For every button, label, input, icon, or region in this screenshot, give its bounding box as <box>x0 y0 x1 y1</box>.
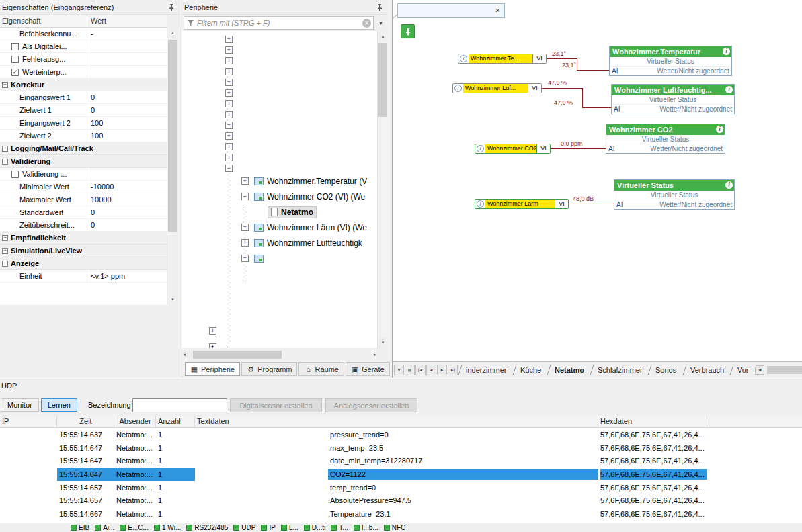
input-node[interactable]: i Wohnzimmer.Te... VI <box>458 54 547 64</box>
column-header-absender[interactable]: Absender <box>114 416 156 427</box>
page-tab[interactable]: Sonos <box>648 365 684 375</box>
property-row[interactable]: − Anzeige <box>0 257 167 270</box>
expand-toggle-icon[interactable]: + <box>225 143 233 150</box>
column-header-zeit[interactable]: Zeit <box>57 416 114 427</box>
scrollbar-thumb[interactable] <box>168 40 177 232</box>
scrollbar-thumb[interactable] <box>193 351 282 359</box>
table-row[interactable]: 15:55:14.657 Netatmo:... 1 .AbsolutePres… <box>0 494 802 507</box>
property-row[interactable]: − Validierung <box>0 155 167 168</box>
tree-item[interactable]: + <box>225 130 377 141</box>
tab-nav-button[interactable]: ▤ <box>405 365 415 375</box>
scrollbar-thumb[interactable] <box>378 43 387 117</box>
expand-toggle-icon[interactable]: − <box>2 82 8 88</box>
status-bar-item[interactable]: 1 Wi... <box>154 524 181 531</box>
checkbox[interactable]: ✓ <box>11 69 19 76</box>
tree-item-content[interactable]: Wohnzimmer CO2 (VI) (We <box>251 191 368 202</box>
property-value[interactable]: - <box>87 30 93 38</box>
tree-item[interactable]: + Wohnzimmer Lärm (VI) (We <box>241 220 377 235</box>
tree-item-content[interactable] <box>235 38 241 40</box>
ai-port[interactable]: AI <box>608 144 614 153</box>
tree-item[interactable]: − <box>225 163 377 173</box>
tree-item[interactable]: + <box>225 66 377 77</box>
tree-item-content[interactable]: Netatmo <box>268 206 317 218</box>
status-bar-item[interactable]: RS232/485 <box>186 524 228 531</box>
property-value[interactable]: 10000 <box>87 195 112 204</box>
vi-port[interactable]: VI <box>528 84 541 93</box>
tab-nav-button[interactable]: ▾ <box>394 365 404 375</box>
table-row[interactable]: 15:55:14.657 Netatmo:... 1 .temp_trend=0… <box>0 481 802 494</box>
page-tab[interactable]: Verbrauch <box>682 365 731 375</box>
floating-toolbar[interactable]: ✕ <box>397 3 505 18</box>
info-icon[interactable]: i <box>725 181 733 189</box>
checkbox[interactable] <box>11 56 19 63</box>
tree-item-content[interactable] <box>235 103 241 104</box>
expand-toggle-icon[interactable]: + <box>225 100 233 107</box>
tree-item-content[interactable]: Wohnzimmer.Temperatur (V <box>251 176 370 187</box>
property-value[interactable]: 100 <box>87 132 103 140</box>
property-row[interactable]: + Logging/Mail/Call/Track <box>0 142 167 155</box>
scroll-up-icon[interactable]: ▲ <box>378 31 388 42</box>
expand-toggle-icon[interactable]: + <box>225 36 233 43</box>
page-tab[interactable]: inderzimmer <box>458 365 514 375</box>
status-bar-item[interactable]: Ai... <box>95 524 114 531</box>
status-bar-item[interactable]: EIB <box>71 524 89 531</box>
tab-bar-scroll-thumb[interactable] <box>767 366 802 374</box>
tree-item[interactable]: + <box>225 120 377 130</box>
tree-item-content[interactable] <box>235 146 241 147</box>
tree-item[interactable]: + <box>225 98 377 109</box>
ai-port[interactable]: AI <box>614 105 620 114</box>
tree-item-content[interactable] <box>235 135 241 136</box>
column-header-ip[interactable]: IP <box>0 416 57 427</box>
tree-item-content[interactable]: Wohnzimmer Luftfeuchtigk <box>251 238 365 249</box>
property-row[interactable]: Zielwert 1 0 <box>0 104 167 117</box>
column-header-anzahl[interactable]: Anzahl <box>156 416 195 427</box>
function-block[interactable]: Wohnzimmer CO2 i Virtueller Status AI We… <box>606 124 725 154</box>
checkbox[interactable] <box>11 171 19 178</box>
input-node[interactable]: i Wohnzimmer Lärm VI <box>475 199 569 209</box>
expand-toggle-icon[interactable]: + <box>241 177 249 185</box>
checkbox[interactable] <box>11 43 19 50</box>
tab-nav-button[interactable]: ◄ <box>426 365 436 375</box>
expand-toggle-icon[interactable]: − <box>2 159 8 165</box>
tree-item[interactable]: + Wohnzimmer.Temperatur (V <box>241 173 377 189</box>
scrollbar-track[interactable] <box>378 42 388 337</box>
input-node[interactable]: i Wohnzimmer Luf... VI <box>452 83 542 93</box>
tree-item-content[interactable] <box>235 49 241 50</box>
column-header-hexdaten[interactable]: Hexdaten <box>598 416 707 427</box>
diagram-canvas[interactable]: ✕ i Wohnzimmer.Te... VI i Wohnzimmer Luf… <box>392 0 802 378</box>
tree-item[interactable]: + <box>225 141 377 152</box>
tree-item-content[interactable] <box>235 124 241 126</box>
property-row[interactable]: + Simulation/LiveView <box>0 245 167 257</box>
property-row[interactable]: Befehlserkennu... - <box>0 28 167 40</box>
tab-nav-button[interactable]: |◄ <box>415 365 426 375</box>
info-icon[interactable]: i <box>477 200 484 208</box>
create-sensor-button[interactable]: Digitalsensor erstellen <box>230 398 322 412</box>
column-header-textdaten[interactable]: Textdaten <box>195 416 598 427</box>
tree-item[interactable]: − Wohnzimmer CO2 (VI) (We <box>241 189 377 204</box>
page-tab[interactable]: Vor <box>729 365 756 375</box>
property-value[interactable]: 0 <box>87 93 95 101</box>
table-row[interactable]: 15:55:14.647 Netatmo:... 1 .max_temp=23.… <box>0 441 802 455</box>
status-bar-item[interactable]: D...ti <box>304 524 326 531</box>
page-tab[interactable]: Netatmo <box>547 365 591 375</box>
expand-toggle-icon[interactable]: + <box>225 89 233 97</box>
expand-toggle-icon[interactable]: + <box>225 132 233 140</box>
udp-tab[interactable]: Monitor <box>1 398 39 412</box>
pin-button[interactable] <box>401 24 415 38</box>
property-row[interactable]: Zeitüberschreit... 0 <box>0 219 167 232</box>
status-bar-item[interactable]: NFC <box>384 524 406 531</box>
tree-item[interactable]: + Wohnzimmer Luftfeuchtigk <box>241 235 377 251</box>
tree-item[interactable]: Netatmo <box>257 204 377 220</box>
property-value[interactable]: 100 <box>87 119 103 127</box>
function-block[interactable]: Wohnzimmer Luftfeuchtig... i Virtueller … <box>611 84 735 114</box>
expand-toggle-icon[interactable]: + <box>225 111 233 118</box>
function-block[interactable]: Wohnzimmer.Temperatur i Virtueller Statu… <box>609 46 732 76</box>
expand-toggle-icon[interactable]: + <box>209 327 216 335</box>
tree-item[interactable]: + <box>209 325 377 336</box>
expand-toggle-icon[interactable]: + <box>2 248 8 254</box>
property-row[interactable]: + Empfindlichkeit <box>0 232 167 245</box>
info-icon[interactable]: i <box>477 145 484 152</box>
tree-item-content[interactable] <box>235 167 241 169</box>
property-row[interactable]: Einheit <v.1> ppm <box>0 270 167 283</box>
ai-port[interactable]: AI <box>612 66 618 75</box>
